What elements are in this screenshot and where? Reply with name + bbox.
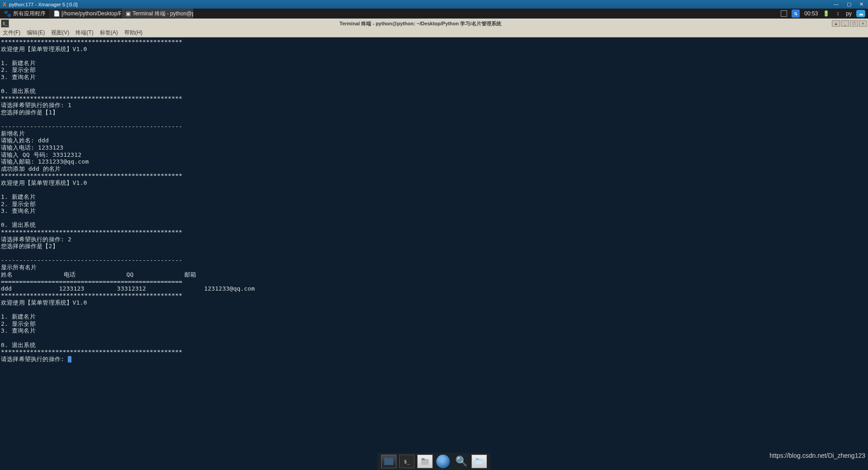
maximize-button[interactable]: ▢ [847, 1, 851, 7]
taskbar-item-terminal[interactable]: ▣ Terminal 终端 - python@pyth... [122, 9, 194, 19]
menu-edit[interactable]: 编辑(E) [27, 29, 45, 37]
bottom-dock: $_ 🔍 [377, 453, 491, 470]
menu-terminal[interactable]: 终端(T) [75, 29, 93, 37]
terminal-content[interactable]: ****************************************… [0, 38, 868, 470]
globe-icon [436, 455, 450, 468]
menu-tabs[interactable]: 标签(A) [100, 29, 118, 37]
terminal-icon: ▣ [126, 10, 131, 17]
battery-tray-icon[interactable]: 🔋 [822, 10, 830, 17]
menu-file[interactable]: 文件(F) [3, 29, 20, 37]
xmanager-title: python:177 - Xmanager 5 [:0.0] [9, 2, 834, 7]
terminal-rollup-button[interactable]: ▴ [832, 20, 840, 27]
terminal-minimize-button[interactable]: _ [841, 20, 849, 27]
close-button[interactable]: ✕ [859, 1, 863, 7]
updown-tray-icon[interactable]: ↕ [834, 10, 841, 17]
network-tray-icon[interactable]: ⇅ [792, 9, 800, 18]
xmanager-titlebar: X python:177 - Xmanager 5 [:0.0] — ▢ ✕ [0, 0, 868, 9]
panel-clock[interactable]: 00:53 [804, 10, 818, 17]
py-indicator[interactable]: py [846, 10, 852, 17]
taskbar-label-2: Terminal 终端 - python@pyth... [132, 10, 194, 18]
terminal-app-icon: $_ [1, 19, 9, 28]
xfce-paw-icon: 🐾 [4, 10, 11, 17]
terminal-window: $_ Terminal 终端 - python@python: ~/Deskto… [0, 19, 868, 470]
taskbar-item-filemanager[interactable]: 📄 [/home/python/Desktop/Pyth... [49, 9, 122, 19]
terminal-menubar: 文件(F) 编辑(E) 视图(V) 终端(T) 标签(A) 帮助(H) [0, 28, 868, 38]
dock-home-folder[interactable] [417, 455, 433, 468]
applications-label: 所有应用程序 [13, 10, 46, 18]
terminal-maximize-button[interactable]: □ [850, 20, 858, 27]
show-desktop-button[interactable] [781, 10, 787, 17]
xmanager-logo-icon: X [3, 1, 6, 8]
dock-search[interactable]: 🔍 [453, 455, 469, 468]
minimize-button[interactable]: — [834, 1, 839, 7]
terminal-titlebar[interactable]: $_ Terminal 终端 - python@python: ~/Deskto… [0, 19, 868, 28]
dock-show-desktop[interactable] [381, 455, 396, 468]
desktop-panel: 🐾 所有应用程序 📄 [/home/python/Desktop/Pyth...… [0, 9, 868, 19]
file-icon: 📄 [53, 10, 60, 17]
terminal-close-button[interactable]: × [859, 20, 867, 27]
taskbar-label-1: [/home/python/Desktop/Pyth... [61, 10, 122, 17]
dock-files[interactable] [472, 455, 487, 468]
menu-view[interactable]: 视图(V) [51, 29, 69, 37]
watermark-url: https://blog.csdn.net/Di_zheng123 [769, 452, 865, 459]
dock-terminal[interactable]: $_ [399, 455, 415, 468]
dock-web-browser[interactable] [435, 455, 451, 468]
menu-help[interactable]: 帮助(H) [124, 29, 143, 37]
cloud-tray-icon[interactable]: ☁ [856, 10, 865, 17]
terminal-title: Terminal 终端 - python@python: ~/Desktop/P… [9, 20, 832, 27]
applications-menu[interactable]: 🐾 所有应用程序 [0, 9, 49, 19]
